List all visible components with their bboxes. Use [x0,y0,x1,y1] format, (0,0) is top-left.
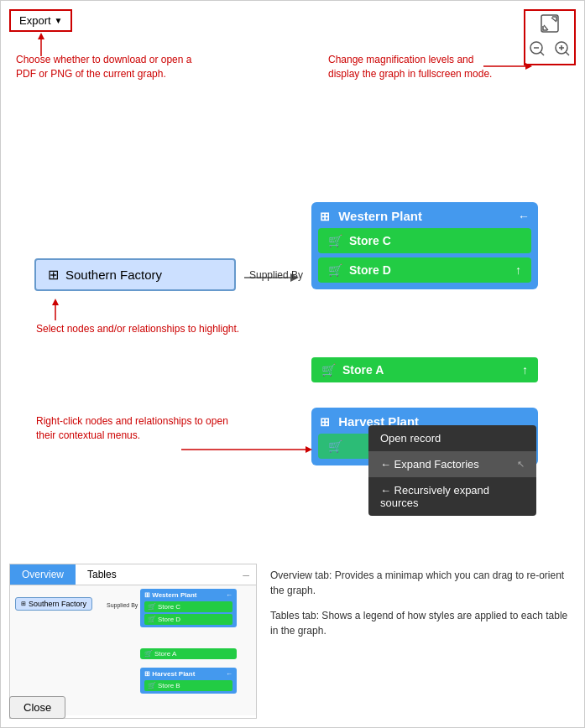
harvest-plant-icon: ⊞ [320,415,330,429]
svg-line-9 [566,52,569,55]
svg-marker-17 [52,299,59,305]
factory-label: Southern Factory [65,268,162,282]
export-label: Export [19,14,51,27]
tables-annotation: Tables tab: Shows a legend of how styles… [270,608,576,638]
fullscreen-button[interactable] [541,14,559,37]
bottom-annotations: Overview tab: Provides a minimap which y… [270,564,576,648]
main-container: Export ▼ [0,0,585,728]
store-d-node[interactable]: 🛒Store D ↑ [318,257,531,283]
select-annotation: Select nodes and/or relationships to hig… [36,322,239,336]
supplied-by-label: Supplied By [249,269,303,281]
store-a-node[interactable]: 🛒Store A ↑ [311,357,538,382]
mini-harvest-plant: ⊞ Harvest Plant ← 🛒 Store B [140,668,237,694]
overview-annotation: Overview tab: Provides a minimap which y… [270,568,576,598]
close-button[interactable]: Close [9,696,65,719]
export-annotation: Choose whether to download or open a PDF… [16,53,201,81]
mini-western-plant: ⊞ Western Plant ← 🛒 Store C 🛒 Store D [140,589,237,627]
mini-store-a: 🛒 Store A [140,648,237,659]
mini-store-d: 🛒 Store D [144,614,232,625]
svg-line-1 [551,18,556,22]
zoom-in-button[interactable] [554,40,571,60]
southern-factory-node[interactable]: ⊞ Southern Factory [34,258,236,291]
context-expand-factories[interactable]: ← Expand Factories ↖ [368,451,536,477]
western-plant-container[interactable]: ⊞ Western Plant ← 🛒Store C 🛒Store D ↑ [311,202,538,289]
zoom-controls [524,9,576,65]
svg-line-2 [544,25,548,30]
mini-supplied-label: Supplied By [107,602,138,608]
minimize-button[interactable]: – [236,564,256,585]
overview-tab[interactable]: Overview [10,564,76,585]
harvest-plant-container[interactable]: ⊞ Harvest Plant 🛒 Open record ← Expand F… [311,408,538,465]
bottom-panel: Overview Tables – ⊞ Southern Factory Sup… [9,564,576,719]
svg-line-5 [541,52,544,55]
mini-factory-node[interactable]: ⊞ Southern Factory [15,597,92,611]
export-button[interactable]: Export ▼ [9,9,72,32]
harvest-store-row: 🛒 Open record ← Expand Factories ↖ ← Rec… [318,434,531,459]
graph-area: ⊞ Southern Factory Select nodes and/or r… [1,131,584,526]
zoom-row [529,40,571,60]
minimap-tabs: Overview Tables – [10,564,256,585]
tables-tab[interactable]: Tables [76,564,128,585]
mini-store-c: 🛒 Store C [144,601,232,612]
western-plant-arrow: ← [518,210,530,223]
export-dropdown-arrow: ▼ [55,16,63,25]
store-c-node[interactable]: 🛒Store C [318,228,531,253]
western-plant-label: Western Plant [338,209,422,223]
factory-icon: ⊞ [48,267,59,283]
western-plant-header: ⊞ Western Plant ← [318,209,531,223]
context-open-record[interactable]: Open record [368,425,536,451]
western-plant-icon: ⊞ [320,210,330,223]
context-menu: Open record ← Expand Factories ↖ ← Recur… [368,425,536,516]
mini-store-b: 🛒 Store B [144,680,232,691]
context-recursively-expand[interactable]: ← Recursively expand sources [368,477,536,516]
zoom-annotation: Change magnification levels and display … [328,53,496,81]
svg-rect-0 [541,15,558,32]
zoom-out-button[interactable] [529,40,546,60]
rightclick-annotation: Right-click nodes and relationships to o… [36,414,246,443]
